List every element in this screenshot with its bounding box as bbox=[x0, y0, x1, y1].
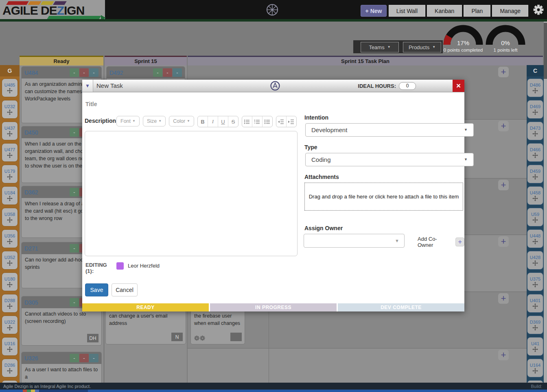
rail-card-U375[interactable]: U375 bbox=[527, 272, 543, 291]
card-action-green[interactable]: - bbox=[153, 68, 162, 77]
intention-select[interactable]: Development▼ bbox=[305, 123, 474, 137]
topnav-plan[interactable]: Plan bbox=[464, 5, 490, 17]
add-task-button[interactable]: + bbox=[498, 236, 509, 247]
scrollbar-thumb[interactable] bbox=[544, 23, 547, 79]
rail-card-D286[interactable]: D286 bbox=[2, 359, 18, 377]
rail-card-U179[interactable]: U179 bbox=[2, 165, 18, 183]
gear-icon bbox=[194, 335, 199, 341]
board-card[interactable]: can change a user's email addressN bbox=[105, 310, 186, 344]
move-icon bbox=[7, 174, 13, 180]
rail-card-U316[interactable]: U316 bbox=[2, 337, 18, 356]
cancel-button[interactable]: Cancel bbox=[112, 283, 138, 296]
card-action-green[interactable]: - bbox=[70, 354, 79, 362]
vertical-scrollbar[interactable] bbox=[544, 22, 547, 383]
card-id-link[interactable]: D305 bbox=[24, 299, 38, 306]
italic-button[interactable]: I bbox=[208, 116, 218, 127]
outdent-icon[interactable] bbox=[276, 116, 287, 127]
topnav-kanban[interactable]: Kanban bbox=[427, 5, 462, 17]
move-icon bbox=[532, 260, 538, 266]
card-id-link[interactable]: D492 bbox=[109, 70, 123, 76]
modal-header: ▼ New Task IDEAL HOURS: 0 × bbox=[82, 80, 464, 92]
collapse-toggle[interactable]: ▼ bbox=[82, 80, 93, 92]
rail-card-D459[interactable]: D459 bbox=[527, 165, 543, 183]
move-icon bbox=[7, 368, 13, 374]
size-dropdown[interactable]: Size▼ bbox=[143, 116, 166, 126]
rail-card-D466[interactable]: D466 bbox=[527, 143, 543, 162]
card-id-link[interactable]: D450 bbox=[24, 129, 38, 136]
rail-card-D469[interactable]: D469 bbox=[527, 100, 543, 119]
settings-gear-icon[interactable] bbox=[533, 4, 544, 15]
add-task-button[interactable]: + bbox=[498, 67, 509, 77]
rail-card-U322[interactable]: U322 bbox=[2, 316, 18, 334]
rail-card-U448[interactable]: U448 bbox=[527, 229, 543, 248]
card-action-green[interactable]: - bbox=[70, 68, 79, 77]
card-id: U59 bbox=[531, 212, 539, 217]
rail-card-D369[interactable]: D369 bbox=[527, 316, 543, 334]
board-card[interactable]: the firebase userwhen email changes bbox=[190, 310, 245, 344]
card-action-red[interactable]: - bbox=[79, 68, 89, 77]
rail-card-U41[interactable]: U41 bbox=[527, 337, 543, 356]
add-co-owner-button[interactable]: + bbox=[455, 237, 464, 246]
card-action-teal[interactable]: - bbox=[89, 354, 98, 362]
card-action-green[interactable]: - bbox=[70, 298, 79, 307]
description-editor[interactable] bbox=[85, 131, 298, 256]
card-action-teal[interactable]: - bbox=[89, 68, 98, 77]
strikethrough-button[interactable]: S bbox=[228, 116, 238, 127]
card-id-link[interactable]: U326 bbox=[24, 355, 38, 362]
ideal-hours-input[interactable]: 0 bbox=[399, 82, 416, 90]
rail-card-U180[interactable]: U180 bbox=[2, 272, 18, 291]
add-task-button[interactable]: + bbox=[498, 293, 509, 304]
rail-card-U356[interactable]: U356 bbox=[2, 229, 18, 248]
square-list-icon[interactable] bbox=[263, 116, 272, 127]
type-select[interactable]: Coding▼ bbox=[305, 153, 474, 166]
right-rail-header: C bbox=[527, 65, 544, 76]
rail-card-U164[interactable]: U164 bbox=[527, 359, 543, 377]
color-dropdown[interactable]: Color▼ bbox=[169, 116, 194, 126]
indent-icon[interactable] bbox=[287, 116, 296, 127]
bold-button[interactable]: B bbox=[198, 116, 208, 127]
teams-dropdown[interactable]: Teams▼ bbox=[361, 42, 399, 52]
assign-owner-select[interactable]: ▼ bbox=[304, 234, 405, 248]
title-field-label[interactable]: Title bbox=[85, 101, 97, 107]
attachment-dropzone[interactable]: Drag and drop a file here or click here … bbox=[304, 183, 463, 211]
rail-card-U428[interactable]: U428 bbox=[527, 251, 543, 270]
topnav-manage[interactable]: Manage bbox=[492, 5, 528, 17]
rail-card-U184[interactable]: U184 bbox=[2, 186, 18, 205]
add-task-button[interactable]: + bbox=[498, 350, 509, 360]
rail-card-D473[interactable]: D473 bbox=[527, 122, 543, 140]
card-action-green[interactable]: - bbox=[70, 128, 79, 137]
rail-card-D288[interactable]: D288 bbox=[2, 294, 18, 313]
rail-card-D486[interactable]: D486 bbox=[527, 78, 543, 97]
underline-button[interactable]: U bbox=[218, 116, 228, 127]
close-button[interactable]: × bbox=[453, 80, 464, 92]
card-action-teal[interactable]: - bbox=[173, 68, 182, 77]
bullet-list-icon[interactable] bbox=[242, 116, 252, 127]
card-action-green[interactable]: - bbox=[70, 188, 79, 196]
add-task-button[interactable]: + bbox=[498, 180, 509, 190]
card-id-link[interactable]: D271 bbox=[24, 245, 38, 252]
left-rail-cards: U485U232U437U477U179U184U358U356U352U180… bbox=[0, 76, 20, 392]
products-dropdown[interactable]: Products▼ bbox=[403, 42, 441, 52]
move-icon bbox=[7, 260, 13, 266]
rail-card-U59[interactable]: U59 bbox=[527, 208, 543, 226]
card-action-red[interactable]: - bbox=[163, 68, 172, 77]
rail-card-U458[interactable]: U458 bbox=[527, 186, 543, 205]
new-button[interactable]: + New bbox=[361, 5, 387, 17]
rail-card-U352[interactable]: U352 bbox=[2, 251, 18, 270]
rail-card-U401[interactable]: U401 bbox=[527, 294, 543, 313]
add-task-button[interactable]: + bbox=[498, 121, 509, 131]
card-action-red[interactable]: - bbox=[79, 354, 89, 362]
card-id: D288 bbox=[4, 298, 15, 303]
topnav-list-wall[interactable]: List Wall bbox=[389, 5, 425, 17]
rail-card-U485[interactable]: U485 bbox=[2, 78, 18, 97]
font-dropdown[interactable]: Font▼ bbox=[116, 116, 140, 126]
card-action-green[interactable]: - bbox=[70, 244, 79, 253]
rail-card-U437[interactable]: U437 bbox=[2, 122, 18, 140]
rail-card-U358[interactable]: U358 bbox=[2, 208, 18, 226]
card-id-link[interactable]: D362 bbox=[24, 189, 38, 196]
rail-card-U232[interactable]: U232 bbox=[2, 100, 18, 119]
save-button[interactable]: Save bbox=[85, 283, 108, 296]
numbered-list-icon[interactable] bbox=[252, 116, 263, 127]
rail-card-U477[interactable]: U477 bbox=[2, 143, 18, 162]
card-id-link[interactable]: U484 bbox=[24, 70, 38, 76]
